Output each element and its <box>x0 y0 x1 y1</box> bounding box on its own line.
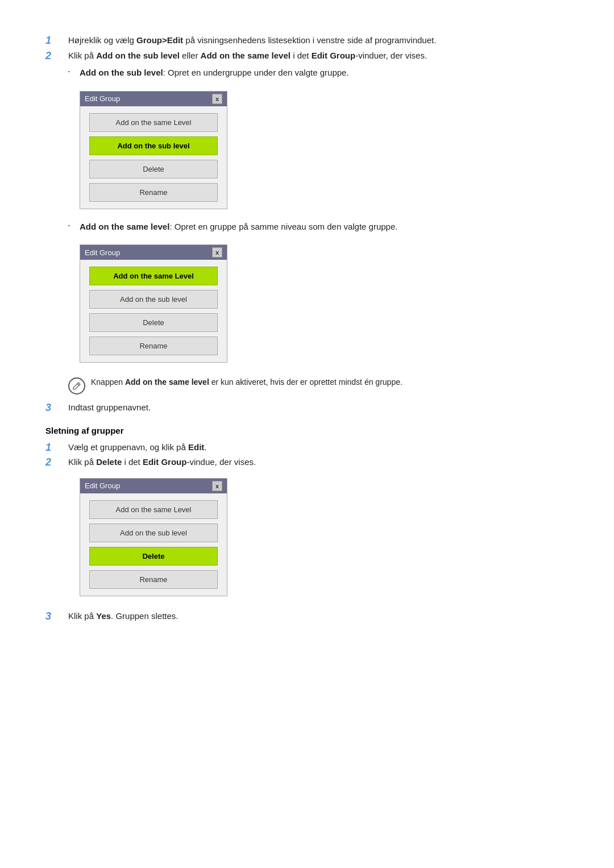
dialog-1-btn-sub-level[interactable]: Add on the sub level <box>89 136 218 155</box>
step-2: 2 Klik på Add on the sub level eller Add… <box>45 49 569 63</box>
step-text-1: Højreklik og vælg Group>Edit på visnings… <box>68 34 569 47</box>
dialog-1-wrapper: Edit Group x Add on the same Level Add o… <box>80 91 227 209</box>
step-1: 1 Højreklik og vælg Group>Edit på visnin… <box>45 34 569 47</box>
step-number-3: 3 <box>45 402 68 414</box>
delete-step-number-2: 2 <box>45 456 68 468</box>
delete-step-number-3: 3 <box>45 610 68 622</box>
step-text-3: Indtast gruppenavnet. <box>68 401 569 414</box>
dialog-2-body: Add on the same Level Add on the sub lev… <box>80 260 227 362</box>
dialog-2: Edit Group x Add on the same Level Add o… <box>80 244 227 363</box>
dialog-3-titlebar: Edit Group x <box>80 479 227 493</box>
dialog-1-btn-rename[interactable]: Rename <box>89 183 218 202</box>
dialog-1-btn-same-level[interactable]: Add on the same Level <box>89 113 218 132</box>
step-3: 3 Indtast gruppenavnet. <box>45 401 569 414</box>
bullet-item-same: • Add on the same level: Opret en gruppe… <box>68 221 569 234</box>
dialog-3-body: Add on the same Level Add on the sub lev… <box>80 493 227 596</box>
delete-step-text-2: Klik på Delete i det Edit Group-vindue, … <box>68 456 569 469</box>
dialog-1-close[interactable]: x <box>212 94 222 104</box>
delete-step-text-1: Vælg et gruppenavn, og klik på Edit. <box>68 441 569 454</box>
dialog-3-btn-same-level[interactable]: Add on the same Level <box>89 500 218 519</box>
bullet-item-sub: • Add on the sub level: Opret en undergr… <box>68 67 569 80</box>
note-icon <box>68 377 85 394</box>
bullet-list-2: • Add on the same level: Opret en gruppe… <box>68 221 569 234</box>
bullet-dot-2: • <box>68 223 80 228</box>
dialog-1-titlebar: Edit Group x <box>80 92 227 106</box>
dialog-2-title: Edit Group <box>85 248 120 257</box>
dialog-3-btn-sub-level[interactable]: Add on the sub level <box>89 524 218 542</box>
bullet-dot-1: • <box>68 69 80 74</box>
delete-step-text-3: Klik på Yes. Gruppen slettes. <box>68 610 569 623</box>
note-text: Knappen Add on the same level er kun akt… <box>91 376 403 388</box>
dialog-3-close[interactable]: x <box>212 481 222 491</box>
dialog-2-close[interactable]: x <box>212 247 222 258</box>
step-number-2: 2 <box>45 50 68 62</box>
dialog-2-wrapper: Edit Group x Add on the same Level Add o… <box>80 244 227 363</box>
delete-step-3: 3 Klik på Yes. Gruppen slettes. <box>45 610 569 623</box>
dialog-1-btn-delete[interactable]: Delete <box>89 160 218 178</box>
dialog-3-btn-rename[interactable]: Rename <box>89 570 218 589</box>
svg-line-0 <box>77 384 79 385</box>
dialog-3-wrapper: Edit Group x Add on the same Level Add o… <box>80 478 227 596</box>
dialog-2-btn-delete[interactable]: Delete <box>89 313 218 332</box>
dialog-1: Edit Group x Add on the same Level Add o… <box>80 91 227 209</box>
dialog-2-btn-sub-level[interactable]: Add on the sub level <box>89 290 218 309</box>
dialog-2-btn-rename[interactable]: Rename <box>89 337 218 355</box>
note-box: Knappen Add on the same level er kun akt… <box>68 376 569 394</box>
delete-step-number-1: 1 <box>45 442 68 454</box>
dialog-1-body: Add on the same Level Add on the sub lev… <box>80 106 227 209</box>
step-number-1: 1 <box>45 35 68 47</box>
dialog-1-title: Edit Group <box>85 94 120 103</box>
bullet-text-same: Add on the same level: Opret en gruppe p… <box>80 221 397 234</box>
dialog-2-btn-same-level[interactable]: Add on the same Level <box>89 267 218 285</box>
delete-step-2: 2 Klik på Delete i det Edit Group-vindue… <box>45 456 569 469</box>
bullet-text-sub: Add on the sub level: Opret en undergrup… <box>80 67 349 80</box>
dialog-3-btn-delete[interactable]: Delete <box>89 547 218 566</box>
dialog-3-title: Edit Group <box>85 481 120 490</box>
section-heading-delete: Sletning af grupper <box>45 426 569 435</box>
step-text-2: Klik på Add on the sub level eller Add o… <box>68 49 569 63</box>
delete-step-1: 1 Vælg et gruppenavn, og klik på Edit. <box>45 441 569 454</box>
bullet-list-1: • Add on the sub level: Opret en undergr… <box>68 67 569 80</box>
note-pencil-icon <box>72 381 81 391</box>
dialog-2-titlebar: Edit Group x <box>80 245 227 260</box>
dialog-3: Edit Group x Add on the same Level Add o… <box>80 478 227 596</box>
